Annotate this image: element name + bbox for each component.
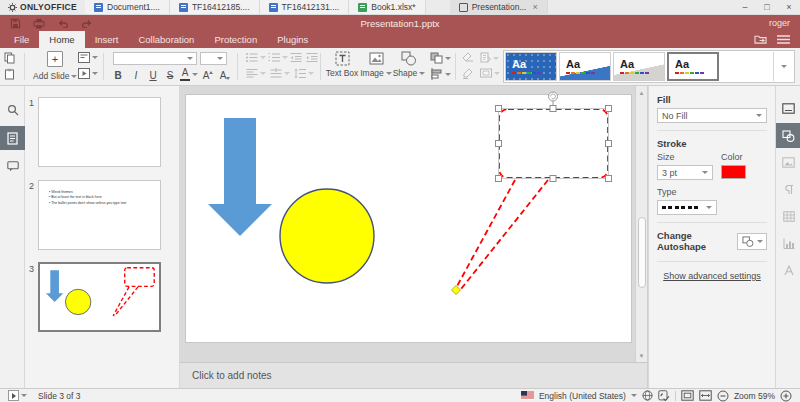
maximize-button[interactable]: □ — [756, 0, 778, 15]
shape-button[interactable]: Shape — [394, 51, 424, 78]
search-button[interactable] — [0, 98, 25, 122]
close-tab-icon[interactable]: × — [532, 3, 537, 12]
slide-size-button[interactable] — [480, 68, 500, 79]
scrollbar-thumb[interactable] — [638, 217, 646, 288]
ribbon-tabs: File Home Insert Collaboration Protectio… — [0, 31, 800, 48]
fit-to-width-icon[interactable] — [699, 390, 712, 401]
increase-indent-button[interactable] — [306, 52, 318, 63]
highlight-color-button[interactable] — [462, 68, 474, 79]
zoom-out-button[interactable] — [717, 390, 729, 402]
image-settings-button[interactable] — [776, 150, 800, 175]
underline-button[interactable]: U — [145, 68, 161, 82]
slide-thumbnail-3-selected[interactable] — [38, 262, 161, 332]
start-slideshow-status-button[interactable] — [8, 390, 27, 401]
fill-select[interactable]: No Fill — [657, 108, 767, 123]
chart-settings-button[interactable] — [776, 231, 800, 256]
horizontal-align-button[interactable] — [246, 68, 266, 79]
paste-button[interactable] — [4, 68, 15, 80]
print-icon[interactable] — [33, 18, 45, 29]
stroke-type-select[interactable] — [657, 200, 717, 215]
dashed-callout-shape[interactable] — [456, 109, 608, 289]
add-slide-button[interactable]: + — [38, 51, 72, 67]
slides-panel-button[interactable] — [0, 126, 25, 150]
tab-home[interactable]: Home — [39, 31, 84, 48]
copy-button[interactable] — [4, 52, 15, 64]
superscript-button[interactable]: A — [200, 68, 216, 82]
numbered-list-button[interactable] — [268, 52, 288, 63]
fit-to-slide-icon[interactable] — [681, 390, 694, 401]
paragraph-settings-button[interactable] — [776, 177, 800, 202]
vertical-align-button[interactable] — [270, 68, 290, 79]
shape-align-button[interactable] — [430, 68, 451, 80]
shape-settings-button[interactable] — [776, 123, 800, 148]
tab-document1[interactable]: Document1.... — [85, 0, 170, 14]
tab-tf16412131[interactable]: TF16412131.... — [260, 0, 350, 14]
notes-area[interactable]: Click to add notes — [180, 362, 648, 388]
adjust-handle-diamond[interactable] — [452, 286, 461, 295]
tab-protection[interactable]: Protection — [204, 31, 267, 48]
tab-presentation1-active[interactable]: Presentation... × — [450, 0, 548, 14]
italic-button[interactable]: I — [128, 68, 144, 82]
theme-option-1[interactable]: Aa — [505, 52, 557, 81]
set-language-globe-icon[interactable] — [642, 390, 653, 401]
bullet-list-button[interactable] — [246, 52, 266, 63]
open-file-location-icon[interactable] — [754, 34, 767, 45]
theme-option-2[interactable]: Aa — [559, 52, 611, 81]
stroke-color-swatch[interactable] — [721, 165, 746, 179]
undo-icon[interactable] — [57, 18, 69, 28]
slide-shapes — [186, 95, 633, 344]
strikethrough-button[interactable]: S — [162, 68, 178, 82]
font-name-input[interactable] — [113, 52, 197, 65]
bold-button[interactable]: B — [110, 68, 126, 82]
copy-style-button[interactable] — [480, 52, 499, 64]
theme-gallery-expand-button[interactable] — [773, 52, 793, 81]
chevron-down-icon[interactable] — [631, 394, 637, 397]
start-slideshow-button[interactable] — [78, 68, 98, 79]
shape-arrange-button[interactable] — [430, 52, 451, 64]
tab-file[interactable]: File — [4, 31, 39, 48]
tab-tf16412185[interactable]: TF16412185.... — [170, 0, 260, 14]
add-slide-label-row[interactable]: Add Slide — [33, 71, 77, 81]
slide-surface[interactable] — [185, 94, 632, 343]
down-arrow-shape[interactable] — [208, 118, 272, 236]
scroll-down-arrow[interactable]: ▼ — [636, 350, 647, 361]
change-autoshape-button[interactable] — [737, 233, 767, 250]
subscript-button[interactable]: A — [217, 68, 233, 82]
canvas-vertical-scrollbar[interactable]: ▲ ▼ — [635, 86, 647, 362]
rotate-handle[interactable] — [549, 92, 558, 101]
tab-plugins[interactable]: Plugins — [267, 31, 318, 48]
clear-style-button[interactable] — [462, 52, 474, 63]
show-advanced-settings-link[interactable]: Show advanced settings — [657, 271, 767, 281]
zoom-in-button[interactable] — [780, 390, 792, 402]
close-window-button[interactable]: × — [778, 0, 800, 15]
tab-book1-xlsx[interactable]: Book1.xlsx* — [349, 0, 425, 14]
tab-insert[interactable]: Insert — [85, 31, 129, 48]
image-button[interactable]: Image — [361, 51, 391, 78]
slide-thumbnail-1[interactable] — [38, 97, 161, 167]
yellow-circle-shape[interactable] — [280, 189, 374, 283]
language-selector[interactable]: English (United States) — [539, 391, 626, 401]
font-size-input[interactable] — [200, 52, 227, 65]
theme-option-3[interactable]: Aa — [613, 52, 665, 81]
textart-settings-button[interactable] — [776, 258, 800, 283]
slide-thumbnail-2[interactable]: • Weird themes • But at least the text i… — [38, 180, 161, 250]
change-slide-layout-button[interactable] — [78, 52, 98, 63]
scroll-up-arrow[interactable]: ▲ — [636, 87, 647, 98]
arrange-shapes-icon — [430, 52, 443, 64]
line-spacing-button[interactable] — [294, 68, 314, 79]
font-color-button[interactable]: A — [180, 68, 198, 81]
slide-settings-button[interactable] — [776, 96, 800, 121]
excel-doc-icon — [358, 3, 367, 12]
spellcheck-icon[interactable] — [658, 390, 670, 401]
decrease-indent-button[interactable] — [290, 52, 302, 63]
stroke-size-select[interactable]: 3 pt — [657, 165, 713, 180]
save-icon[interactable] — [10, 18, 21, 29]
minimize-button[interactable]: – — [734, 0, 756, 15]
hamburger-menu-icon[interactable] — [777, 35, 790, 44]
theme-option-4-selected[interactable]: Aa — [667, 52, 719, 81]
table-settings-button[interactable] — [776, 204, 800, 229]
comments-button[interactable] — [0, 154, 25, 178]
tab-collaboration[interactable]: Collaboration — [128, 31, 204, 48]
text-box-button[interactable]: Text Box — [327, 51, 357, 78]
redo-icon[interactable] — [81, 18, 93, 28]
